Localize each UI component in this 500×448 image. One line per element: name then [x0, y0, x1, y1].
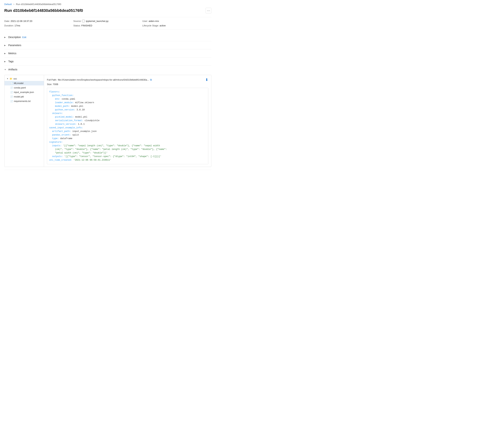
- metrics-header[interactable]: ▶ Metrics: [4, 49, 211, 57]
- tree-item-model-pkl[interactable]: 📄 model.pkl: [4, 95, 44, 99]
- section-metrics: ▶ Metrics: [4, 49, 211, 57]
- breadcrumb-parent[interactable]: Default: [4, 3, 12, 6]
- file-icon-requirements: 📄: [10, 100, 13, 102]
- parameters-header[interactable]: ▶ Parameters: [4, 41, 211, 49]
- meta-lifecycle-label: Lifecycle Stage:: [142, 24, 159, 27]
- metrics-chevron: ▶: [4, 52, 7, 54]
- meta-user-value: aiden-mrx: [149, 20, 159, 22]
- meta-duration-label: Duration:: [4, 24, 14, 27]
- description-edit-link[interactable]: Edit: [22, 36, 26, 39]
- tags-header[interactable]: ▶ Tags: [4, 57, 211, 65]
- meta-date-value: 2021-12-06 18:37:20: [11, 20, 32, 22]
- page-title: Run d310b6eb6f144830a56bb6dea05176f0: [4, 8, 83, 13]
- meta-date-label: Date:: [4, 20, 10, 22]
- metrics-label: Metrics: [8, 52, 16, 55]
- parameters-chevron: ▶: [4, 44, 7, 46]
- artifacts-chevron: ▼: [4, 69, 7, 71]
- section-tags: ▶ Tags: [4, 57, 211, 65]
- meta-duration: Duration: 17ms: [4, 24, 73, 27]
- source-icon: [82, 20, 85, 22]
- artifacts-container: ▼ 📁 svc 📄 MLmodel 📄 conda.yaml 📄: [4, 75, 211, 167]
- parameters-label: Parameters: [8, 44, 21, 47]
- artifacts-header[interactable]: ▼ Artifacts: [4, 65, 211, 73]
- meta-duration-value: 17ms: [15, 24, 20, 27]
- meta-status-value: FINISHED: [81, 24, 92, 27]
- artifacts-detail: Full Path: file:///Users/aiden-mrx/Dropb…: [44, 75, 211, 167]
- detail-content: flavors: python_function: env: conda.yam…: [47, 88, 208, 164]
- tree-item-requirements[interactable]: 📄 requirements.txt: [4, 99, 44, 103]
- detail-size-value: 700B: [53, 83, 58, 86]
- section-parameters: ▶ Parameters: [4, 41, 211, 49]
- description-label: Description: [8, 36, 21, 39]
- tree-item-conda[interactable]: 📄 conda.yaml: [4, 85, 44, 90]
- meta-user: User: aiden-mrx: [142, 20, 211, 22]
- folder-icon: 📁: [10, 77, 12, 80]
- tree-item-input-example[interactable]: 📄 input_example.json: [4, 90, 44, 95]
- meta-status-label: Status:: [73, 24, 81, 27]
- meta-status: Status: FINISHED: [73, 24, 142, 27]
- folder-name: svc: [14, 77, 17, 80]
- artifacts-content: ▼ 📁 svc 📄 MLmodel 📄 conda.yaml 📄: [4, 75, 211, 170]
- tags-label: Tags: [8, 60, 14, 63]
- folder-arrow: ▼: [7, 78, 8, 80]
- copy-icon[interactable]: ⧉: [150, 78, 152, 81]
- description-header[interactable]: ▶ Description Edit: [4, 33, 211, 41]
- detail-size-label: Size:: [47, 83, 52, 86]
- tree-item-label-mlmodel: MLmodel: [14, 82, 23, 84]
- artifacts-tree: ▼ 📁 svc 📄 MLmodel 📄 conda.yaml 📄: [4, 75, 44, 167]
- meta-source: Source: ipykernel_launcher.py: [73, 20, 142, 22]
- description-chevron: ▶: [4, 36, 7, 38]
- tree-item-label-model-pkl: model.pkl: [14, 95, 24, 98]
- file-icon-mlmodel: 📄: [10, 82, 13, 84]
- meta-date: Date: 2021-12-06 18:37:20: [4, 20, 73, 22]
- detail-path-label: Full Path:: [47, 79, 57, 81]
- breadcrumb: Default > Run d310b6eb6f144830a56bb6dea0…: [4, 3, 211, 6]
- detail-path: Full Path: file:///Users/aiden-mrx/Dropb…: [47, 78, 152, 81]
- detail-path-value: file:///Users/aiden-mrx/Dropbox/workspac…: [58, 79, 149, 81]
- meta-lifecycle-value: active: [160, 24, 166, 27]
- tree-item-label-input-example: input_example.json: [14, 91, 34, 94]
- artifacts-label: Artifacts: [8, 68, 17, 71]
- meta-source-label: Source:: [73, 20, 81, 22]
- download-button[interactable]: ⬇: [205, 78, 208, 82]
- file-icon-input-example: 📄: [10, 91, 13, 94]
- breadcrumb-separator: >: [13, 3, 15, 6]
- tree-folder-svc[interactable]: ▼ 📁 svc: [4, 77, 44, 81]
- page-header: Run d310b6eb6f144830a56bb6dea05176f0 ⋯: [4, 8, 211, 14]
- section-artifacts: ▼ Artifacts ▼ 📁 svc 📄 MLmodel: [4, 65, 211, 170]
- meta-source-value: ipykernel_launcher.py: [86, 20, 109, 22]
- meta-grid: Date: 2021-12-06 18:37:20 Source: ipyker…: [4, 17, 211, 30]
- tags-chevron: ▶: [4, 61, 7, 63]
- detail-path-row: Full Path: file:///Users/aiden-mrx/Dropb…: [47, 78, 208, 82]
- meta-user-label: User:: [142, 20, 148, 22]
- tree-item-label-requirements: requirements.txt: [14, 100, 31, 102]
- section-description: ▶ Description Edit: [4, 33, 211, 41]
- tree-item-mlmodel[interactable]: 📄 MLmodel: [4, 81, 44, 85]
- detail-size: Size: 700B: [47, 83, 208, 86]
- meta-lifecycle: Lifecycle Stage: active: [142, 24, 211, 27]
- file-icon-model-pkl: 📄: [10, 96, 13, 98]
- breadcrumb-current: Run d310b6eb6f144830a56bb6dea05176f0: [16, 3, 61, 6]
- tree-item-label-conda: conda.yaml: [14, 86, 26, 89]
- file-icon-conda: 📄: [10, 86, 13, 89]
- more-button[interactable]: ⋯: [206, 8, 211, 14]
